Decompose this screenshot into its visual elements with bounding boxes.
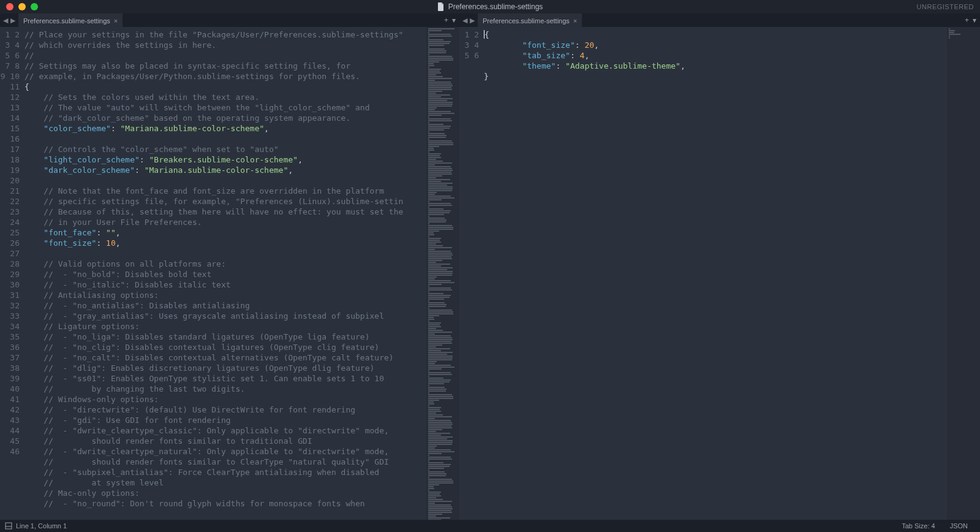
window-title: Preferences.sublime-settings — [0, 2, 980, 11]
right-editor[interactable]: 1 2 3 4 5 6 { "font_size": 20, "tab_size… — [459, 27, 980, 520]
right-code[interactable]: { "font_size": 20, "tab_size": 4, "theme… — [484, 27, 947, 520]
unregistered-label: UNREGISTERED — [917, 3, 974, 10]
right-gutter: 1 2 3 4 5 6 — [459, 27, 484, 520]
split-panes: ◀ ▶ Preferences.sublime-settings × + ▾ 1… — [0, 13, 980, 520]
panel-switcher-icon[interactable] — [5, 522, 12, 530]
left-tab-extras: + ▾ — [440, 13, 459, 27]
status-syntax[interactable]: JSON — [943, 522, 975, 530]
left-editor[interactable]: 1 2 3 4 5 6 7 8 9 10 11 12 13 14 15 16 1… — [0, 27, 459, 520]
nav-forward-icon[interactable]: ▶ — [469, 17, 475, 25]
tab-dropdown-icon[interactable]: ▾ — [452, 16, 456, 25]
new-tab-icon[interactable]: + — [444, 16, 448, 25]
left-gutter: 1 2 3 4 5 6 7 8 9 10 11 12 13 14 15 16 1… — [0, 27, 24, 520]
svg-rect-0 — [6, 523, 12, 529]
right-tab-extras: + ▾ — [961, 13, 980, 27]
left-pane: ◀ ▶ Preferences.sublime-settings × + ▾ 1… — [0, 13, 459, 520]
right-minimap[interactable] — [947, 27, 980, 520]
right-pane: ◀ ▶ Preferences.sublime-settings × + ▾ 1… — [459, 13, 980, 520]
nav-back-icon[interactable]: ◀ — [462, 17, 468, 25]
new-tab-icon[interactable]: + — [965, 16, 969, 25]
right-tab[interactable]: Preferences.sublime-settings × — [478, 13, 582, 27]
titlebar: Preferences.sublime-settings UNREGISTERE… — [0, 0, 980, 13]
left-minimap[interactable] — [426, 27, 459, 520]
tab-label: Preferences.sublime-settings — [483, 17, 570, 25]
tab-label: Preferences.sublime-settings — [23, 17, 110, 25]
nav-back-icon[interactable]: ◀ — [2, 17, 9, 25]
close-icon[interactable]: × — [114, 17, 118, 25]
left-code[interactable]: // Place your settings in the file "Pack… — [24, 27, 426, 520]
status-tab-size[interactable]: Tab Size: 4 — [894, 522, 942, 530]
left-tab[interactable]: Preferences.sublime-settings × — [18, 13, 123, 27]
document-icon — [437, 2, 445, 11]
status-position[interactable]: Line 1, Column 1 — [16, 522, 67, 530]
close-icon[interactable]: × — [573, 17, 577, 25]
app-window: Preferences.sublime-settings UNREGISTERE… — [0, 0, 980, 532]
tab-dropdown-icon[interactable]: ▾ — [973, 16, 976, 25]
right-tabbar: ◀ ▶ Preferences.sublime-settings × + ▾ — [459, 13, 980, 27]
right-nav-arrows: ◀ ▶ — [459, 13, 478, 27]
left-nav-arrows: ◀ ▶ — [0, 13, 18, 27]
left-tabbar: ◀ ▶ Preferences.sublime-settings × + ▾ — [0, 13, 459, 27]
nav-forward-icon[interactable]: ▶ — [10, 17, 16, 25]
status-bar: Line 1, Column 1 Tab Size: 4 JSON — [0, 520, 980, 532]
window-title-text: Preferences.sublime-settings — [448, 2, 543, 11]
